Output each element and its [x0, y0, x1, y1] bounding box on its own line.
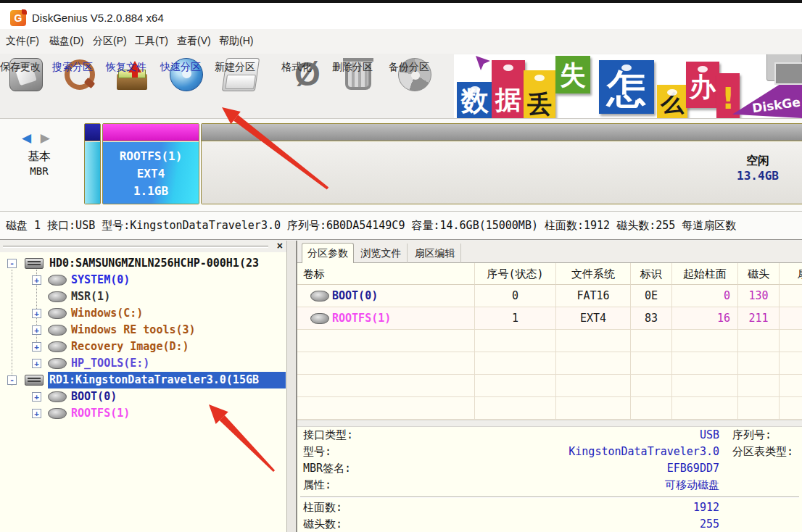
tree-item-hp-tools[interactable]: + HP_TOOLS(E:)	[0, 355, 287, 372]
banner-tile: 怎	[599, 60, 654, 114]
close-panel-icon[interactable]: ×	[277, 241, 283, 252]
quick-partition-button[interactable]: 快速分区	[160, 57, 212, 116]
partition-body: ROOTFS(1) EXT4 1.1GB	[103, 142, 199, 204]
partition-icon	[48, 275, 67, 286]
menu-help[interactable]: 帮助(H)	[219, 35, 253, 48]
format-label: 格式化	[281, 61, 312, 74]
menu-disk[interactable]: 磁盘(D)	[49, 35, 83, 48]
menu-tools[interactable]: 工具(T)	[135, 35, 168, 48]
monitor-graphic	[766, 54, 802, 81]
seq-cell: 1	[475, 307, 556, 330]
detail-row: 型号: KingstonDataTraveler3.0 分区表类型:	[297, 444, 802, 460]
geometry-row: 柱面数: 1912	[297, 499, 802, 516]
col-volume[interactable]: 卷标	[297, 263, 475, 285]
partition-band	[202, 124, 802, 141]
col-fs[interactable]: 文件系统	[556, 263, 631, 285]
geometry-label: 磁头数:	[297, 516, 406, 532]
col-head[interactable]: 磁头	[738, 263, 780, 285]
format-button[interactable]: Ø 格式化	[281, 57, 334, 116]
partition-icon	[48, 341, 67, 352]
detail-value: KingstonDataTraveler3.0	[406, 444, 719, 460]
partition-block-free[interactable]	[201, 123, 802, 204]
table-row-rootfs[interactable]: ROOTFS(1) 1 EXT4 83 16 211	[297, 307, 802, 330]
table-row-boot[interactable]: BOOT(0) 0 FAT16 0E 0 130	[297, 285, 802, 307]
geometry-separator	[300, 496, 799, 498]
sector-cell	[780, 285, 802, 307]
prev-disk-arrow-icon[interactable]: ◀	[22, 131, 34, 145]
menu-view[interactable]: 查看(V)	[177, 35, 211, 48]
tree-item-windows-re[interactable]: + Windows RE tools(3)	[0, 322, 287, 338]
head-cell: 211	[738, 307, 780, 330]
expand-icon[interactable]: +	[32, 325, 41, 335]
partition-block-boot[interactable]	[84, 123, 101, 204]
tree-item-rootfs[interactable]: + ROOTFS(1)	[0, 405, 287, 422]
tree-item-boot[interactable]: + BOOT(0)	[0, 388, 287, 405]
tab-browse-files[interactable]: 浏览文件	[355, 244, 408, 263]
splitter-groove[interactable]	[3, 246, 268, 248]
menu-file[interactable]: 文件(F)	[6, 35, 39, 48]
recover-files-button[interactable]: 恢复文件	[106, 57, 158, 116]
new-partition-button[interactable]: 新建分区	[215, 57, 267, 116]
backup-partition-button[interactable]: 备份分区	[389, 57, 441, 116]
diskgenius-window: G DiskGenius V5.2.0.884 x64 文件(F) 磁盘(D) …	[0, 0, 802, 532]
tree-item-rd1-selected[interactable]: - RD1:KingstonDataTraveler3.0(15GB	[0, 372, 287, 388]
tree-item-label: MSR(1)	[71, 288, 110, 305]
table-empty-row	[297, 375, 802, 397]
menu-bar: 文件(F) 磁盘(D) 分区(P) 工具(T) 查看(V) 帮助(H)	[0, 29, 802, 54]
tree-item-windows-c[interactable]: + Windows(C:)	[0, 305, 287, 322]
collapse-icon[interactable]: -	[7, 259, 17, 268]
tree-item-msr[interactable]: MSR(1)	[0, 288, 287, 305]
recover-files-label: 恢复文件	[106, 61, 146, 74]
save-changes-button[interactable]: 保存更改	[0, 57, 52, 116]
col-id[interactable]: 标识	[631, 263, 672, 285]
menu-partition[interactable]: 分区(P)	[93, 35, 127, 48]
geometry-row: 磁头数: 255	[297, 516, 802, 532]
collapse-icon[interactable]: -	[7, 375, 17, 385]
banner-tile: 么	[657, 85, 687, 118]
partition-map-panel: ◀ ▶ 基本 MBR ROOTFS(1) EXT4 1.1GB 空闲 13.4G…	[0, 119, 802, 212]
next-disk-arrow-icon[interactable]: ▶	[41, 131, 53, 145]
tab-bar: 分区参数 浏览文件 扇区编辑	[297, 241, 802, 263]
save-changes-label: 保存更改	[0, 61, 41, 74]
partition-band	[103, 124, 199, 141]
detail-value: USB	[406, 427, 719, 444]
panel-splitter[interactable]	[287, 241, 297, 532]
expand-icon[interactable]: +	[32, 309, 41, 318]
tree-item-label: BOOT(0)	[71, 388, 117, 405]
seq-cell: 0	[475, 285, 556, 307]
col-start-cyl[interactable]: 起始柱面	[672, 263, 738, 285]
tree-item-label: HP_TOOLS(E:)	[71, 355, 149, 372]
detail-label: 属性:	[297, 477, 406, 494]
table-type-label: MBR	[17, 165, 61, 177]
tab-partition-params[interactable]: 分区参数	[302, 243, 354, 264]
new-partition-label: 新建分区	[215, 61, 255, 74]
search-partition-button[interactable]: 搜索分区	[52, 57, 104, 116]
delete-partition-button[interactable]: 删除分区	[332, 57, 384, 116]
col-sector[interactable]: 扇区	[780, 263, 802, 285]
partition-icon	[48, 408, 67, 419]
disk-geometry: 柱面数: 1912 磁头数: 255	[297, 499, 802, 532]
expand-icon[interactable]: +	[32, 275, 41, 285]
detail-value: 可移动磁盘	[406, 477, 719, 494]
ad-banner[interactable]: 数 据 丢 失 怎 么 办 ! DiskGe	[454, 54, 802, 118]
partition-fs: EXT4	[103, 165, 199, 183]
delete-partition-label: 删除分区	[332, 61, 373, 74]
geometry-value: 255	[406, 516, 719, 532]
tree-item-hd0[interactable]: - HD0:SAMSUNGMZNLN256HCHP-000H1(23	[0, 255, 287, 272]
tree-item-recovery-image[interactable]: + Recovery Image(D:)	[0, 338, 287, 355]
quick-partition-label: 快速分区	[160, 61, 201, 74]
partition-icon	[48, 358, 67, 369]
detail-row: 属性: 可移动磁盘	[297, 477, 802, 494]
partition-block-rootfs[interactable]: ROOTFS(1) EXT4 1.1GB	[102, 123, 199, 204]
expand-icon[interactable]: +	[32, 359, 41, 368]
tree-item-system[interactable]: + SYSTEM(0)	[0, 272, 287, 288]
banner-tile: !	[716, 73, 740, 118]
col-seq[interactable]: 序号(状态)	[475, 263, 556, 285]
partition-size: 1.1GB	[103, 183, 199, 200]
expand-icon[interactable]: +	[32, 392, 41, 402]
pen-icon	[476, 56, 490, 70]
tab-sector-edit[interactable]: 扇区编辑	[409, 244, 461, 263]
expand-icon[interactable]: +	[32, 342, 41, 352]
removable-disk-icon	[25, 375, 44, 386]
expand-icon[interactable]: +	[32, 409, 41, 418]
